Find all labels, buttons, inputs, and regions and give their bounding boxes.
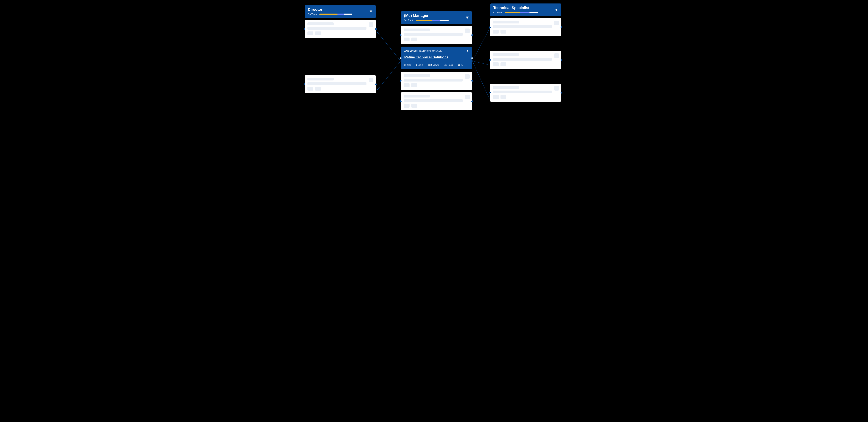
card-menu-placeholder [554,53,559,58]
column-technical-specialist: Technical Specialist On Track [490,3,561,104]
objective-card-placeholder[interactable] [401,26,472,44]
node-right [561,59,562,61]
stat-status: On Track [443,64,453,66]
alignment-map: Director On Track [300,0,568,125]
node-left [489,92,491,93]
column-header-technical-specialist[interactable]: Technical Specialist On Track [490,3,561,16]
column-director: Director On Track [305,5,376,96]
node-right [471,101,473,102]
node-right [561,92,562,93]
node-right [375,83,377,85]
node-right [471,57,473,59]
node-left [400,101,402,102]
objective-stats: 3 KRs 3 Links 132 Views On Track 55% [404,63,469,66]
card-menu-placeholder [369,22,373,27]
objective-card-placeholder[interactable] [305,75,376,93]
card-menu-placeholder [465,28,470,33]
card-menu-placeholder [465,74,470,79]
kebab-icon[interactable] [465,49,470,53]
column-title: Director [308,7,373,12]
status-row: On Track [404,19,469,22]
node-right [375,28,377,30]
objective-owner: AMY WANG | TECHNICAL MANAGER [404,50,469,52]
objective-card-placeholder[interactable] [490,84,561,102]
column-header-manager[interactable]: (Me) Manager On Track [401,11,472,24]
objective-card-placeholder[interactable] [401,92,472,110]
svg-line-4 [472,61,490,99]
column-manager: (Me) Manager On Track [401,11,472,113]
card-menu-placeholder [369,78,373,82]
status-row: On Track [493,11,558,14]
stat-krs: 3 KRs [404,64,411,66]
progress-bar [415,20,448,21]
node-right [561,26,562,28]
card-menu-placeholder [465,95,470,99]
svg-line-0 [377,32,401,61]
stat-percent: 55% [458,63,463,66]
node-right [471,80,473,82]
card-menu-placeholder [554,21,559,25]
node-left [304,28,305,30]
svg-line-2 [472,28,490,61]
node-left [489,59,491,61]
column-title: (Me) Manager [404,13,469,18]
progress-bar [505,12,538,13]
progress-bar [319,13,352,15]
filter-icon[interactable] [465,15,470,20]
status-label: On Track [404,19,413,22]
objective-card-placeholder[interactable] [305,20,376,38]
objective-card-placeholder[interactable] [490,51,561,69]
objective-card-placeholder[interactable] [490,18,561,36]
filter-icon[interactable] [554,7,559,12]
status-row: On Track [308,13,373,16]
card-menu-placeholder [554,86,559,90]
node-left [400,34,402,36]
svg-line-1 [377,61,401,90]
node-left [304,83,305,85]
node-left [400,80,402,82]
svg-line-3 [472,61,490,65]
filter-icon[interactable] [369,9,373,14]
objective-title[interactable]: Refine Technical Solutions [404,55,469,59]
status-label: On Track [493,11,502,14]
objective-card-placeholder[interactable] [401,72,472,90]
node-left [400,57,402,59]
stat-links: 3 Links [415,64,423,66]
column-header-director[interactable]: Director On Track [305,5,376,18]
node-left [489,26,491,28]
node-right [471,34,473,36]
column-title: Technical Specialist [493,5,558,10]
status-label: On Track [308,13,317,16]
objective-card-selected[interactable]: AMY WANG | TECHNICAL MANAGER Refine Tech… [401,47,472,69]
stat-views: 132 Views [428,64,439,66]
